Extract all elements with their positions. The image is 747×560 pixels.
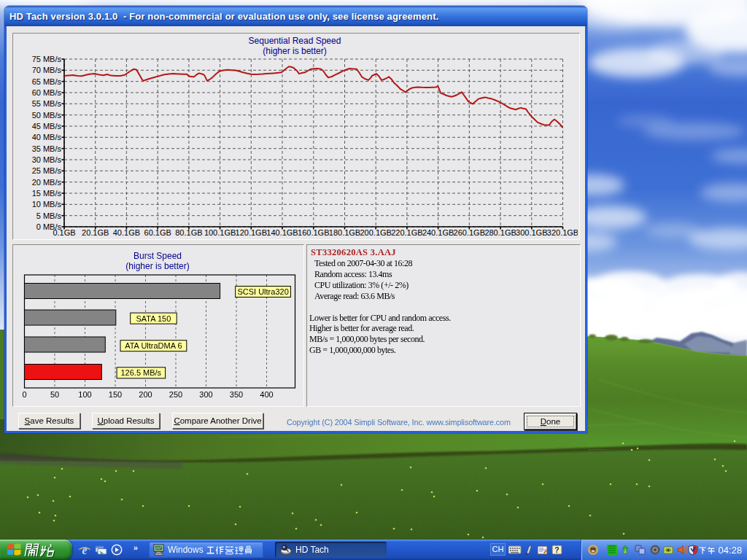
svg-text:(higher is better): (higher is better) [263, 46, 326, 56]
svg-text:180.1GB: 180.1GB [329, 228, 360, 237]
svg-text:160.1GB: 160.1GB [298, 228, 329, 237]
svg-text:60.1GB: 60.1GB [144, 228, 171, 237]
svg-text:40 MB/s: 40 MB/s [32, 133, 62, 141]
svg-text:200: 200 [139, 390, 152, 399]
svg-text:126.5 MB/s: 126.5 MB/s [120, 368, 161, 377]
svg-text:ATA UltraDMA 6: ATA UltraDMA 6 [125, 341, 182, 350]
svg-text:20 MB/s: 20 MB/s [32, 178, 62, 187]
svg-text:0: 0 [22, 390, 26, 399]
svg-text:220.1GB: 220.1GB [391, 228, 422, 237]
svg-text:»: » [133, 544, 138, 552]
svg-text:45 MB/s: 45 MB/s [32, 122, 62, 131]
svg-text:55 MB/s: 55 MB/s [32, 99, 62, 108]
svg-text:65 MB/s: 65 MB/s [32, 77, 62, 86]
svg-text:10 MB/s: 10 MB/s [32, 200, 62, 209]
svg-text:400: 400 [260, 390, 273, 399]
svg-text:300.1GB: 300.1GB [516, 228, 547, 237]
svg-text:Sequential Read Speed: Sequential Read Speed [249, 36, 341, 46]
svg-text:75 MB/s: 75 MB/s [32, 55, 62, 63]
svg-text:250: 250 [169, 390, 182, 399]
svg-text:70 MB/s: 70 MB/s [32, 66, 62, 74]
svg-text:5 MB/s: 5 MB/s [36, 211, 62, 220]
svg-text:35 MB/s: 35 MB/s [32, 144, 62, 153]
svg-text:150: 150 [109, 390, 122, 399]
svg-text:40.1GB: 40.1GB [113, 228, 140, 237]
svg-text:140.1GB: 140.1GB [266, 228, 298, 237]
svg-text:15 MB/s: 15 MB/s [32, 189, 62, 198]
svg-text:SATA 150: SATA 150 [136, 314, 171, 323]
svg-text:100: 100 [78, 390, 91, 399]
svg-text:20.1GB: 20.1GB [82, 228, 109, 237]
svg-text:80.1GB: 80.1GB [175, 228, 202, 237]
svg-text:30 MB/s: 30 MB/s [32, 155, 62, 164]
svg-text:0.1GB: 0.1GB [53, 228, 75, 237]
svg-text:Burst Speed: Burst Speed [133, 251, 182, 261]
svg-text:260.1GB: 260.1GB [454, 228, 485, 237]
svg-text:60 MB/s: 60 MB/s [32, 88, 62, 97]
svg-text:120.1GB: 120.1GB [236, 228, 267, 237]
svg-text:240.1GB: 240.1GB [422, 228, 454, 237]
svg-text:25 MB/s: 25 MB/s [32, 166, 62, 175]
svg-text:350: 350 [230, 390, 243, 399]
svg-text:50: 50 [50, 390, 59, 399]
svg-text:50 MB/s: 50 MB/s [32, 111, 62, 120]
svg-text:300: 300 [199, 390, 212, 399]
svg-text:e: e [82, 544, 87, 556]
svg-text:320.1GB: 320.1GB [547, 228, 578, 237]
svg-text:280.1GB: 280.1GB [484, 228, 516, 237]
svg-text:?: ? [554, 545, 559, 554]
svg-text:SCSI Ultra320: SCSI Ultra320 [237, 287, 288, 296]
svg-text:100.1GB: 100.1GB [204, 228, 236, 237]
svg-text:200.1GB: 200.1GB [360, 228, 391, 237]
svg-text:(higher is better): (higher is better) [125, 261, 189, 271]
